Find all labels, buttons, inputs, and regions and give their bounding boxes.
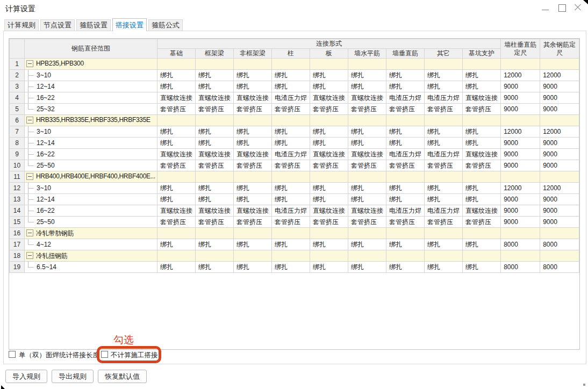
cell[interactable] bbox=[157, 115, 196, 126]
connection-cell[interactable]: 绑扎 bbox=[234, 239, 272, 250]
connection-cell[interactable]: 电渣压力焊 bbox=[272, 92, 310, 104]
row-number[interactable]: 10 bbox=[10, 160, 25, 171]
cell[interactable] bbox=[540, 250, 579, 262]
size-cell[interactable]: 9000 bbox=[501, 81, 540, 92]
connection-cell[interactable]: 套管挤压 bbox=[157, 217, 196, 228]
connection-cell[interactable]: 绑扎 bbox=[425, 138, 463, 149]
connection-cell[interactable]: 电渣压力焊 bbox=[425, 205, 463, 217]
cell[interactable] bbox=[272, 250, 310, 262]
cell[interactable] bbox=[386, 228, 425, 239]
diameter-range-cell[interactable]: 12~14 bbox=[25, 81, 157, 92]
connection-cell[interactable]: 绑扎 bbox=[348, 70, 386, 81]
connection-cell[interactable]: 绑扎 bbox=[310, 262, 348, 273]
export-rules-button[interactable]: 导出规则 bbox=[52, 370, 94, 383]
size-cell[interactable]: 8000 bbox=[501, 239, 540, 250]
row-number[interactable]: 6 bbox=[10, 115, 25, 126]
connection-cell[interactable]: 直螺纹连接 bbox=[310, 149, 348, 160]
row-number[interactable]: 2 bbox=[10, 70, 25, 81]
connection-cell[interactable]: 绑扎 bbox=[196, 262, 234, 273]
connection-cell[interactable]: 绑扎 bbox=[157, 194, 196, 205]
row-number[interactable]: 18 bbox=[10, 250, 25, 262]
connection-cell[interactable]: 绑扎 bbox=[310, 81, 348, 92]
cell[interactable] bbox=[234, 250, 272, 262]
size-cell[interactable]: 9000 bbox=[501, 138, 540, 149]
connection-cell[interactable]: 绑扎 bbox=[234, 138, 272, 149]
connection-cell[interactable]: 套管挤压 bbox=[234, 217, 272, 228]
connection-cell[interactable]: 绑扎 bbox=[157, 126, 196, 138]
connection-cell[interactable]: 绑扎 bbox=[463, 239, 501, 250]
connection-cell[interactable]: 绑扎 bbox=[386, 262, 425, 273]
connection-cell[interactable]: 直螺纹连接 bbox=[157, 205, 196, 217]
cell[interactable] bbox=[463, 59, 501, 70]
diameter-range-cell[interactable]: 12~14 bbox=[25, 138, 157, 149]
collapse-icon[interactable] bbox=[26, 229, 33, 236]
size-cell[interactable]: 12000 bbox=[540, 126, 579, 138]
size-cell[interactable]: 9000 bbox=[540, 217, 579, 228]
size-cell[interactable]: 9000 bbox=[540, 138, 579, 149]
connection-cell[interactable]: 电渣压力焊 bbox=[386, 92, 425, 104]
connection-cell[interactable]: 电渣压力焊 bbox=[272, 149, 310, 160]
connection-cell[interactable]: 套管挤压 bbox=[196, 104, 234, 115]
row-number[interactable]: 3 bbox=[10, 81, 25, 92]
cell[interactable] bbox=[386, 59, 425, 70]
connection-cell[interactable]: 绑扎 bbox=[157, 262, 196, 273]
diameter-range-cell[interactable]: HRB335,HRB335E,HRBF335,HRBF335E bbox=[25, 115, 157, 126]
size-cell[interactable]: 9000 bbox=[540, 205, 579, 217]
size-cell[interactable]: 12000 bbox=[540, 183, 579, 194]
connection-cell[interactable]: 套管挤压 bbox=[157, 160, 196, 171]
connection-cell[interactable]: 绑扎 bbox=[348, 239, 386, 250]
cell[interactable] bbox=[463, 115, 501, 126]
connection-cell[interactable]: 直螺纹连接 bbox=[196, 149, 234, 160]
connection-cell[interactable]: 绑扎 bbox=[234, 183, 272, 194]
cell[interactable] bbox=[425, 228, 463, 239]
size-cell[interactable]: 12000 bbox=[540, 70, 579, 81]
cell[interactable] bbox=[196, 115, 234, 126]
connection-cell[interactable]: 绑扎 bbox=[272, 126, 310, 138]
cell[interactable] bbox=[234, 59, 272, 70]
connection-cell[interactable]: 直螺纹连接 bbox=[234, 92, 272, 104]
cell[interactable] bbox=[234, 171, 272, 183]
row-number[interactable]: 11 bbox=[10, 171, 25, 183]
connection-cell[interactable]: 绑扎 bbox=[348, 194, 386, 205]
collapse-icon[interactable] bbox=[26, 117, 33, 124]
cell[interactable] bbox=[310, 171, 348, 183]
import-rules-button[interactable]: 导入规则 bbox=[5, 370, 47, 383]
checkbox-weld-splice-length[interactable] bbox=[9, 351, 16, 358]
cell[interactable] bbox=[196, 228, 234, 239]
size-cell[interactable]: 9000 bbox=[501, 104, 540, 115]
row-number[interactable]: 19 bbox=[10, 262, 25, 273]
size-cell[interactable]: 9000 bbox=[501, 160, 540, 171]
size-cell[interactable]: 9000 bbox=[540, 104, 579, 115]
size-cell[interactable]: 9000 bbox=[540, 81, 579, 92]
diameter-range-cell[interactable]: 25~32 bbox=[25, 104, 157, 115]
cell[interactable] bbox=[310, 228, 348, 239]
connection-cell[interactable]: 绑扎 bbox=[463, 183, 501, 194]
connection-cell[interactable]: 直螺纹连接 bbox=[348, 92, 386, 104]
connection-cell[interactable]: 绑扎 bbox=[463, 126, 501, 138]
cell[interactable] bbox=[540, 59, 579, 70]
size-cell[interactable]: 8000 bbox=[501, 262, 540, 273]
connection-cell[interactable]: 绑扎 bbox=[348, 183, 386, 194]
cell[interactable] bbox=[463, 228, 501, 239]
connection-cell[interactable]: 绑扎 bbox=[272, 194, 310, 205]
cell[interactable] bbox=[386, 250, 425, 262]
cell[interactable] bbox=[196, 250, 234, 262]
diameter-range-cell[interactable]: 16~22 bbox=[25, 149, 157, 160]
connection-cell[interactable]: 绑扎 bbox=[386, 81, 425, 92]
minimize-button[interactable] bbox=[537, 0, 554, 16]
cell[interactable] bbox=[157, 59, 196, 70]
cell[interactable] bbox=[348, 59, 386, 70]
cell[interactable] bbox=[234, 115, 272, 126]
connection-cell[interactable]: 绑扎 bbox=[272, 138, 310, 149]
connection-cell[interactable]: 直螺纹连接 bbox=[157, 92, 196, 104]
row-number[interactable]: 14 bbox=[10, 205, 25, 217]
connection-cell[interactable]: 绑扎 bbox=[348, 138, 386, 149]
cell[interactable] bbox=[386, 171, 425, 183]
size-cell[interactable]: 9000 bbox=[501, 217, 540, 228]
diameter-range-cell[interactable]: 6.5~14 bbox=[25, 262, 157, 273]
cell[interactable] bbox=[501, 59, 540, 70]
connection-cell[interactable]: 套管挤压 bbox=[425, 104, 463, 115]
connection-cell[interactable]: 绑扎 bbox=[425, 239, 463, 250]
cell[interactable] bbox=[425, 115, 463, 126]
diameter-range-cell[interactable]: 16~22 bbox=[25, 205, 157, 217]
